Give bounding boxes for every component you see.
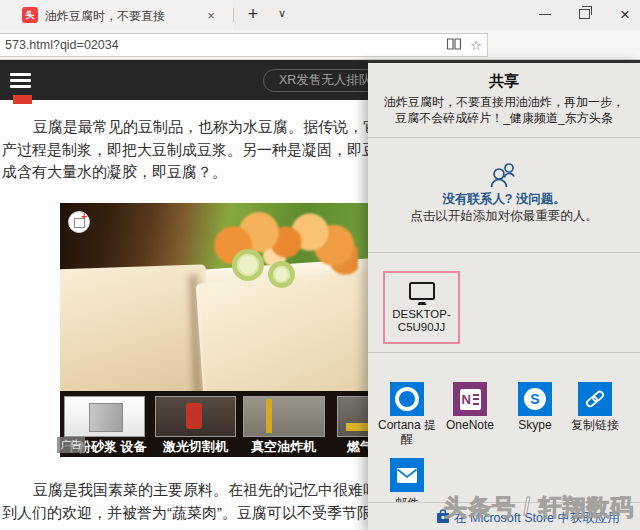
browser-toolbar: 573.html?qid=02034 ☆ ⋯ <box>0 30 640 60</box>
mail-envelope-icon <box>396 467 418 484</box>
address-bar[interactable]: 573.html?qid=02034 ☆ <box>0 33 488 57</box>
share-app-cortana[interactable] <box>390 382 424 416</box>
paragraph-line: 成含有大量水的凝胶，即豆腐？。 <box>0 161 368 184</box>
ad-thumbnail[interactable] <box>337 396 368 437</box>
article-paragraph-1: 豆腐是最常见的豆制品，也称为水豆腐。据传说，它是汉代淮 产过程是制浆，即把大豆制… <box>0 116 368 184</box>
share-app-label: OneNote <box>435 418 505 432</box>
site-logo-strip <box>13 95 32 104</box>
paragraph-line: 到人们的欢迎，并被誉为“蔬菜肉”。豆腐可以不受季节限制全年 <box>0 502 368 525</box>
photo-scallion-ring <box>268 261 295 288</box>
menu-hamburger-icon[interactable] <box>10 73 31 91</box>
device-name-line2: C5U90JJ <box>398 321 445 335</box>
article-photo-tofu[interactable]: + <box>60 203 368 391</box>
divider <box>368 352 640 353</box>
share-app-copy-link[interactable] <box>578 382 612 416</box>
ad-title[interactable]: 激光切割机 <box>163 438 228 456</box>
device-name-line1: DESKTOP- <box>392 308 451 322</box>
share-app-onenote[interactable]: N <box>453 382 487 416</box>
share-app-mail[interactable] <box>390 458 424 492</box>
ad-thumbnail[interactable] <box>155 396 236 437</box>
reading-view-icon[interactable] <box>443 37 465 54</box>
no-contacts-headline: 没有联系人? 没问题。 <box>368 191 640 208</box>
share-app-label: 复制链接 <box>560 418 630 432</box>
browser-tab[interactable]: 头 油炸豆腐时，不要直接 × <box>0 0 233 30</box>
no-contacts-subtext[interactable]: 点击以开始添加对你最重要的人。 <box>368 208 640 225</box>
watermark: 头条号 / 轩翔数码 <box>444 492 634 523</box>
share-panel-title: 共享 <box>368 72 640 91</box>
divider <box>368 137 640 138</box>
tab-preview-chevron-icon[interactable]: ∨ <box>278 7 286 20</box>
site-search-box[interactable]: XR发售无人排队 <box>263 69 368 92</box>
favorite-star-icon[interactable]: ☆ <box>465 38 487 53</box>
title-bar: 头 油炸豆腐时，不要直接 × + ∨ × <box>0 0 640 30</box>
window-close-button[interactable]: × <box>612 2 638 28</box>
webpage: XR发售无人排队 豆腐是最常见的豆制品，也称为水豆腐。据传说，它是汉代淮 产过程… <box>0 60 368 530</box>
skype-icon: S <box>524 388 546 410</box>
share-target-device[interactable]: DESKTOP- C5U90JJ <box>383 271 460 344</box>
ad-thumbnail[interactable] <box>243 396 325 437</box>
ad-carousel[interactable]: 干粉砂浆 设备 激光切割机 真空油炸机 燃气 广告 <box>60 391 368 457</box>
cortana-ring-icon <box>395 387 419 411</box>
image-expand-icon[interactable]: + <box>68 211 90 233</box>
tab-title: 油炸豆腐时，不要直接 <box>45 8 200 25</box>
share-panel: 共享 油炸豆腐时，不要直接用油油炸，再加一步，豆腐不会碎成碎片！_健康频道_东方… <box>368 60 640 530</box>
window-restore-button[interactable] <box>579 9 590 19</box>
site-header: XR发售无人排队 <box>0 60 368 100</box>
article-paragraph-2: 豆腐是我国素菜的主要原料。在祖先的记忆中很难吃东西。经 到人们的欢迎，并被誉为“… <box>0 479 368 524</box>
tab-separator <box>233 8 234 22</box>
url-text[interactable]: 573.html?qid=02034 <box>0 38 443 52</box>
onenote-icon: N <box>460 389 481 410</box>
window-minimize-button[interactable] <box>539 14 551 15</box>
share-app-skype[interactable]: S <box>518 382 552 416</box>
paragraph-line: 豆腐是我国素菜的主要原料。在祖先的记忆中很难吃东西。经 <box>0 479 368 502</box>
photo-scallion-ring <box>232 249 264 281</box>
new-tab-button[interactable]: + <box>243 4 263 25</box>
paragraph-line: 产过程是制浆，即把大豆制成豆浆。另一种是凝固，即豆浆在热和 <box>0 139 368 162</box>
paragraph-line: 豆腐是最常见的豆制品，也称为水豆腐。据传说，它是汉代淮 <box>0 116 368 139</box>
ad-title[interactable]: 真空油炸机 <box>251 438 316 456</box>
toutiao-favicon-icon: 头 <box>22 7 38 23</box>
ad-title[interactable]: 燃气 <box>347 438 368 456</box>
link-chain-icon <box>583 387 607 411</box>
share-item-description: 油炸豆腐时，不要直接用油油炸，再加一步，豆腐不会碎成碎片！_健康频道_东方头条 <box>380 94 628 126</box>
divider <box>368 252 640 253</box>
share-app-label: Cortana 提醒 <box>375 418 439 446</box>
browser-content: XR发售无人排队 豆腐是最常见的豆制品，也称为水豆腐。据传说，它是汉代淮 产过程… <box>0 60 640 530</box>
monitor-icon <box>406 281 438 308</box>
contacts-people-icon <box>488 161 520 195</box>
ad-thumbnail[interactable] <box>64 396 145 437</box>
tab-close-icon[interactable]: × <box>202 6 220 24</box>
ad-badge: 广告 <box>57 437 85 453</box>
